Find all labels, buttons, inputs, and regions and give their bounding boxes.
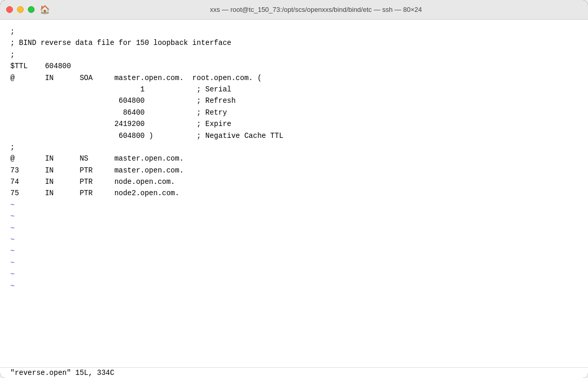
tilde-4: ~	[10, 247, 14, 255]
terminal-line-4: @ IN SOA master.open.com. root.open.com.…	[10, 74, 262, 82]
tilde-6: ~	[10, 270, 14, 278]
status-bar: "reverse.open" 15L, 334C	[0, 367, 588, 378]
terminal-line-9: 604800 ) ; Negative Cache TTL	[10, 132, 283, 140]
tilde-5: ~	[10, 259, 14, 267]
tilde-2: ~	[10, 224, 14, 232]
tilde-0: ~	[10, 201, 14, 209]
terminal-line-10: ;	[10, 143, 14, 151]
status-text: "reverse.open" 15L, 334C	[10, 369, 115, 377]
titlebar-title: xxs — root@tc_150_73:/opt/scs/openxxs/bi…	[50, 6, 582, 13]
terminal-line-5: 1 ; Serial	[10, 85, 231, 93]
tilde-7: ~	[10, 282, 14, 290]
maximize-button[interactable]	[28, 6, 35, 13]
terminal-line-2: ;	[10, 51, 14, 59]
terminal-line-13: 74 IN PTR node.open.com.	[10, 178, 175, 186]
titlebar-icon: 🏠	[40, 5, 50, 14]
terminal-line-7: 86400 ; Retry	[10, 108, 227, 117]
terminal-line-8: 2419200 ; Expire	[10, 120, 231, 128]
tilde-1: ~	[10, 212, 14, 220]
terminal-line-3: $TTL 604800	[10, 62, 71, 70]
terminal-window: 🏠 xxs — root@tc_150_73:/opt/scs/openxxs/…	[0, 0, 588, 378]
terminal-line-11: @ IN NS master.open.com.	[10, 154, 184, 163]
traffic-lights	[6, 6, 35, 13]
terminal-line-12: 73 IN PTR master.open.com.	[10, 166, 184, 175]
close-button[interactable]	[6, 6, 13, 13]
tilde-3: ~	[10, 235, 14, 244]
minimize-button[interactable]	[17, 6, 24, 13]
terminal-content[interactable]: ; ; BIND reverse data file for 150 loopb…	[0, 20, 588, 367]
terminal-line-1: ; BIND reverse data file for 150 loopbac…	[10, 39, 231, 47]
terminal-line-14: 75 IN PTR node2.open.com.	[10, 189, 179, 197]
terminal-line-6: 604800 ; Refresh	[10, 97, 236, 105]
terminal-line-0: ;	[10, 27, 14, 36]
titlebar: 🏠 xxs — root@tc_150_73:/opt/scs/openxxs/…	[0, 0, 588, 20]
